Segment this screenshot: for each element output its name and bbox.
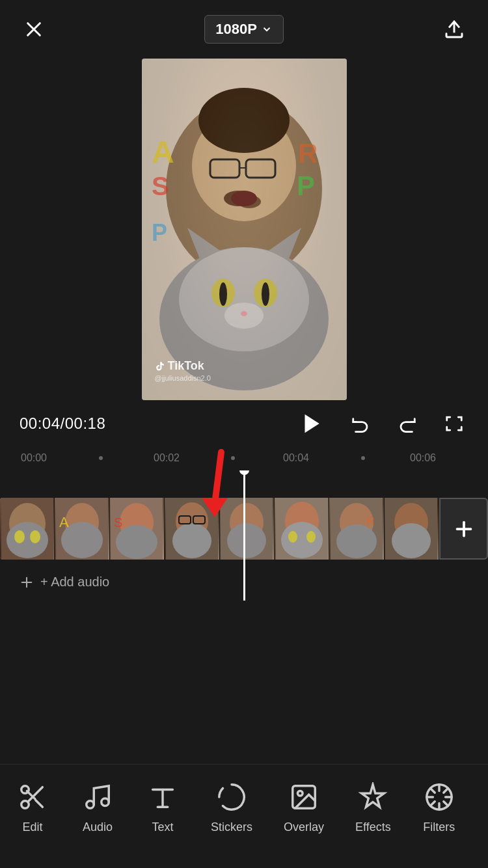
svg-point-51 <box>281 522 323 558</box>
svg-line-70 <box>36 800 43 807</box>
svg-point-78 <box>297 791 303 796</box>
svg-point-53 <box>306 531 316 543</box>
svg-point-60 <box>392 523 431 558</box>
bottom-toolbar: Edit Audio Text <box>0 764 488 868</box>
tiktok-handle: @jjuliusaddisn2.0 <box>155 374 211 382</box>
thumb-5 <box>220 498 275 560</box>
svg-point-72 <box>87 801 94 809</box>
audio-label: Audio <box>83 821 113 834</box>
thumb-4 <box>165 498 219 560</box>
resolution-label: 1080P <box>215 21 257 38</box>
scissors-icon <box>16 780 49 814</box>
svg-point-26 <box>231 191 257 206</box>
thumb-7: R <box>329 498 384 560</box>
export-button[interactable] <box>440 15 468 44</box>
playback-controls: 00:04/00:18 <box>0 400 488 447</box>
redo-button[interactable] <box>393 409 422 438</box>
add-audio-button[interactable]: + Add audio <box>0 567 129 597</box>
video-thumbnails: A S <box>0 498 439 560</box>
circle-partial-icon <box>215 780 249 814</box>
svg-point-30 <box>7 522 48 558</box>
text-label: Text <box>152 821 173 834</box>
svg-text:S: S <box>152 172 169 200</box>
thumb-6 <box>275 498 329 560</box>
ruler-mark-4: 00:04 <box>283 452 309 464</box>
playhead <box>243 470 245 601</box>
add-clip-button[interactable] <box>439 498 488 560</box>
close-button[interactable] <box>20 15 48 44</box>
toolbar-filters[interactable]: Filters <box>407 775 472 839</box>
ruler-mark-0: 00:00 <box>21 452 47 464</box>
image-box-icon <box>287 780 321 814</box>
video-frame: A S P R P TikTok @jjuliusaddisn2.0 <box>142 59 347 400</box>
svg-text:P: P <box>297 170 315 201</box>
svg-point-43 <box>172 523 211 558</box>
svg-text:A: A <box>59 514 69 530</box>
ruler-dot-3 <box>231 456 235 460</box>
timeline-ruler: 00:00 00:02 00:04 00:06 <box>0 447 488 470</box>
stickers-label: Stickers <box>211 821 252 834</box>
svg-text:R: R <box>298 138 318 169</box>
svg-text:A: A <box>152 135 174 169</box>
thumb-2: A <box>55 498 109 560</box>
svg-text:S: S <box>114 515 122 530</box>
video-preview: A S P R P TikTok @jjuliusaddisn2.0 <box>142 59 347 400</box>
play-button[interactable] <box>294 407 328 441</box>
ruler-mark-2: 00:02 <box>154 452 180 464</box>
tiktok-logo-text: TikTok <box>168 359 204 373</box>
svg-point-16 <box>241 311 247 316</box>
svg-point-14 <box>262 282 269 306</box>
resolution-selector[interactable]: 1080P <box>204 15 284 44</box>
sparkle-icon <box>356 780 390 814</box>
fullscreen-button[interactable] <box>440 409 468 438</box>
overlay-label: Overlay <box>284 821 324 834</box>
toolbar-stickers[interactable]: Stickers <box>195 775 268 839</box>
effects-label: Effects <box>355 821 391 834</box>
thumb-1 <box>0 498 55 560</box>
svg-point-56 <box>336 524 377 558</box>
ruler-mark-6: 00:06 <box>410 452 436 464</box>
svg-point-13 <box>219 282 227 306</box>
toolbar-effects[interactable]: Effects <box>340 775 407 839</box>
text-t-icon <box>146 780 180 814</box>
svg-marker-27 <box>305 414 319 433</box>
ruler-dot-5 <box>361 456 365 460</box>
time-display: 00:04/00:18 <box>20 414 105 433</box>
svg-point-5 <box>198 88 290 153</box>
svg-point-52 <box>288 531 297 543</box>
thumb-3: S <box>110 498 165 560</box>
music-note-icon <box>81 780 115 814</box>
filter-icon <box>422 780 456 814</box>
undo-button[interactable] <box>346 409 375 438</box>
svg-point-39 <box>116 525 157 559</box>
top-bar: 1080P <box>0 0 488 59</box>
timeline-area: A S <box>0 470 488 601</box>
edit-label: Edit <box>22 821 42 834</box>
tiktok-watermark: TikTok @jjuliusaddisn2.0 <box>155 359 211 382</box>
svg-point-73 <box>102 798 109 806</box>
toolbar-edit[interactable]: Edit <box>0 775 65 839</box>
toolbar-audio[interactable]: Audio <box>65 775 130 839</box>
svg-point-31 <box>14 530 25 543</box>
svg-point-10 <box>179 247 309 351</box>
toolbar-overlay[interactable]: Overlay <box>268 775 340 839</box>
video-background: A S P R P <box>142 59 347 400</box>
svg-text:P: P <box>152 219 167 246</box>
add-audio-label: + Add audio <box>40 575 109 590</box>
ruler-dot-1 <box>99 456 103 460</box>
svg-point-32 <box>30 530 40 543</box>
toolbar-text[interactable]: Text <box>130 775 195 839</box>
thumb-8 <box>385 498 439 560</box>
filters-label: Filters <box>423 821 455 834</box>
svg-point-48 <box>227 523 266 558</box>
svg-text:R: R <box>366 515 375 528</box>
